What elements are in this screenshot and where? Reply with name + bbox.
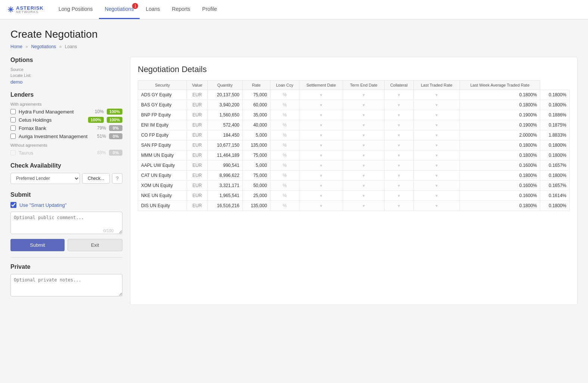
cell-quantity: 5,000 [243,161,270,171]
cell-term-end-date[interactable]: ▼ [385,130,414,140]
cell-term-end-date[interactable]: ▼ [385,140,414,150]
submit-section: Submit Use "Smart Updating" 0/100 Submit… [10,192,122,251]
cell-collateral[interactable]: ▼ [413,150,460,161]
cell-term-end-date[interactable]: ▼ [385,100,414,110]
lender-badge2-auriga: 0% [109,133,122,139]
brand-logo[interactable]: ✳ ASTERISK NETWORKS [7,5,44,14]
cell-loan-ccy[interactable]: ▼ [299,140,343,150]
breadcrumb-negotiations[interactable]: Negotiations [31,44,56,49]
question-button[interactable]: ? [112,173,122,184]
cell-settlement-date[interactable]: ▼ [343,181,385,191]
cell-rate[interactable]: % [270,181,299,191]
nav-profile[interactable]: Profile [196,0,223,19]
breadcrumb-sep1: » [25,44,28,49]
cell-term-end-date[interactable]: ▼ [385,181,414,191]
smart-update-checkbox[interactable] [10,202,16,208]
cell-collateral[interactable]: ▼ [413,181,460,191]
nav-reports[interactable]: Reports [166,0,196,19]
cell-term-end-date[interactable]: ▼ [385,171,414,181]
cell-loan-ccy[interactable]: ▼ [299,100,343,110]
check-button[interactable]: Check... [82,173,110,184]
cell-collateral[interactable]: ▼ [413,161,460,171]
cell-collateral[interactable]: ▼ [413,201,460,211]
cell-term-end-date[interactable]: ▼ [385,110,414,120]
cell-collateral[interactable]: ▼ [413,191,460,201]
cell-loan-ccy[interactable]: ▼ [299,191,343,201]
cell-settlement-date[interactable]: ▼ [343,201,385,211]
cell-security: SAN FP Equity [138,140,187,150]
cell-term-end-date[interactable]: ▼ [385,161,414,171]
cell-settlement-date[interactable]: ▼ [343,130,385,140]
cell-rate[interactable]: % [270,201,299,211]
cell-collateral[interactable]: ▼ [413,110,460,120]
cell-collateral[interactable]: ▼ [413,100,460,110]
cell-quantity: 75,000 [243,90,270,100]
lender-checkbox-fornax[interactable] [10,125,16,131]
cell-quantity: 40,000 [243,120,270,130]
locate-list-link[interactable]: demo [10,79,23,85]
lenders-section: Lenders With agreements Hydra Fund Manag… [10,91,122,156]
cell-settlement-date[interactable]: ▼ [343,90,385,100]
cell-settlement-date[interactable]: ▼ [343,120,385,130]
cell-security: DIS UN Equity [138,201,187,211]
cell-value: 1,560,650 [207,110,242,120]
cell-loan-ccy[interactable]: ▼ [299,120,343,130]
nav-negotiations[interactable]: Negotiations 1 [99,0,140,19]
cell-settlement-date[interactable]: ▼ [343,191,385,201]
cell-value: 3,321,171 [207,181,242,191]
cell-rate[interactable]: % [270,191,299,201]
cell-collateral[interactable]: ▼ [413,171,460,181]
cell-last-week-avg: 0.1800% [540,90,570,100]
cell-term-end-date[interactable]: ▼ [385,90,414,100]
breadcrumb-home[interactable]: Home [10,44,22,49]
cell-loan-ccy[interactable]: ▼ [299,90,343,100]
cell-settlement-date[interactable]: ▼ [343,140,385,150]
cell-loan-ccy[interactable]: ▼ [299,181,343,191]
cell-collateral[interactable]: ▼ [413,130,460,140]
cell-settlement-date[interactable]: ▼ [343,150,385,161]
cell-security: MMM UN Equity [138,150,187,161]
private-notes-textarea[interactable] [10,274,122,296]
lender-checkbox-auriga[interactable] [10,134,16,139]
right-panel: Negotiation Details Security Value Quant… [130,57,578,305]
cell-settlement-date[interactable]: ▼ [343,161,385,171]
cell-ccy: EUR [187,150,207,161]
col-settlement-date: Settlement Date [299,81,343,90]
cell-rate[interactable]: % [270,120,299,130]
cell-loan-ccy[interactable]: ▼ [299,171,343,181]
lender-checkbox-cetus[interactable] [10,117,16,122]
cell-collateral[interactable]: ▼ [413,140,460,150]
cell-loan-ccy[interactable]: ▼ [299,161,343,171]
preferred-lender-select[interactable]: Preferred Lender [10,173,80,184]
cell-rate[interactable]: % [270,100,299,110]
cell-term-end-date[interactable]: ▼ [385,191,414,201]
cell-settlement-date[interactable]: ▼ [343,171,385,181]
cell-collateral[interactable]: ▼ [413,90,460,100]
cell-term-end-date[interactable]: ▼ [385,201,414,211]
cell-rate[interactable]: % [270,150,299,161]
cell-ccy: EUR [187,140,207,150]
cell-settlement-date[interactable]: ▼ [343,110,385,120]
cell-rate[interactable]: % [270,161,299,171]
cell-settlement-date[interactable]: ▼ [343,100,385,110]
cell-rate[interactable]: % [270,140,299,150]
nav-long-positions[interactable]: Long Positions [53,0,99,19]
lender-checkbox-hydra[interactable] [10,109,16,114]
table-row: BNP FP Equity EUR 1,560,650 35,000 % ▼ ▼… [138,110,570,120]
cell-rate[interactable]: % [270,171,299,181]
submit-button[interactable]: Submit [10,239,65,251]
nav-loans[interactable]: Loans [140,0,166,19]
cell-loan-ccy[interactable]: ▼ [299,150,343,161]
cell-term-end-date[interactable]: ▼ [385,150,414,161]
exit-button[interactable]: Exit [68,239,122,251]
cell-rate[interactable]: % [270,90,299,100]
cell-loan-ccy[interactable]: ▼ [299,130,343,140]
table-row: ENI IM Equity EUR 572,400 40,000 % ▼ ▼ ▼… [138,120,570,130]
cell-loan-ccy[interactable]: ▼ [299,110,343,120]
cell-collateral[interactable]: ▼ [413,120,460,130]
cell-term-end-date[interactable]: ▼ [385,120,414,130]
cell-value: 11,464,189 [207,150,242,161]
cell-rate[interactable]: % [270,110,299,120]
cell-rate[interactable]: % [270,130,299,140]
cell-loan-ccy[interactable]: ▼ [299,201,343,211]
